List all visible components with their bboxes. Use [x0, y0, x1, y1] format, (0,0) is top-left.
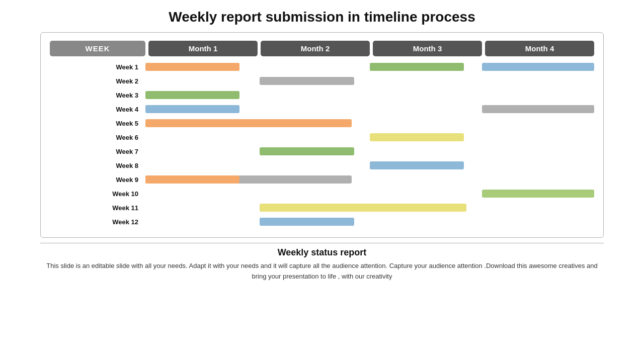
- week-label: Week 3: [50, 92, 145, 99]
- gantt-area: [145, 216, 594, 227]
- week-label: Week 9: [50, 176, 145, 184]
- week-label: Week 7: [50, 148, 145, 155]
- bar: [370, 161, 464, 169]
- table-row: Week 6: [50, 131, 594, 144]
- page-title: Weekly report submission in timeline pro…: [169, 9, 475, 25]
- chart-container: WEEK Month 1 Month 2 Month 3 Month 4 Wee…: [40, 32, 604, 238]
- bar: [482, 105, 594, 113]
- bar: [145, 105, 239, 113]
- gantt-area: [145, 75, 594, 86]
- bar: [260, 204, 466, 212]
- week-label: Week 8: [50, 162, 145, 169]
- table-row: Week 1: [50, 60, 594, 73]
- bar: [482, 63, 594, 71]
- footer-section: Weekly status report This slide is an ed…: [40, 243, 604, 282]
- bar: [260, 147, 354, 155]
- gantt-area: [145, 160, 594, 171]
- week-label: Week 5: [50, 120, 145, 127]
- gantt-area: [145, 202, 594, 213]
- gantt-rows: Week 1 Week 2 Week 3 Week 4: [50, 60, 594, 229]
- footer-text: This slide is an editable slide with all…: [40, 261, 604, 282]
- table-row: Week 9: [50, 173, 594, 186]
- week-label: Week 1: [50, 63, 145, 71]
- gantt-area: [145, 61, 594, 72]
- bar: [145, 119, 352, 127]
- header-row: WEEK Month 1 Month 2 Month 3 Month 4: [50, 41, 594, 56]
- gantt-area: [145, 89, 594, 101]
- week-label: Week 12: [50, 218, 145, 226]
- gantt-area: [145, 132, 594, 143]
- table-row: Week 2: [50, 74, 594, 87]
- table-row: Week 10: [50, 187, 594, 200]
- gantt-area: [145, 104, 594, 115]
- week-label: Week 10: [50, 190, 145, 198]
- bar: [145, 63, 239, 71]
- gantt-area: [145, 146, 594, 157]
- table-row: Week 5: [50, 117, 594, 130]
- bar: [260, 77, 354, 85]
- gantt-area: [145, 174, 594, 185]
- gantt-area: [145, 188, 594, 199]
- month3-header: Month 3: [373, 41, 482, 56]
- bar: [370, 133, 464, 141]
- table-row: Week 4: [50, 103, 594, 116]
- week-label: Week 2: [50, 77, 145, 85]
- week-label: Week 6: [50, 134, 145, 141]
- table-row: Week 7: [50, 145, 594, 158]
- table-row: Week 8: [50, 159, 594, 172]
- bar: [145, 91, 239, 99]
- gantt-area: [145, 118, 594, 129]
- table-row: Week 12: [50, 215, 594, 228]
- bar: [145, 175, 239, 184]
- bar: [370, 63, 464, 71]
- month2-header: Month 2: [261, 41, 370, 56]
- bar: [260, 218, 354, 226]
- week-label: Week 11: [50, 204, 145, 212]
- week-col-header: WEEK: [50, 41, 145, 56]
- footer-title: Weekly status report: [40, 243, 604, 258]
- month4-header: Month 4: [485, 41, 594, 56]
- bar: [482, 190, 594, 198]
- week-label: Week 4: [50, 106, 145, 113]
- table-row: Week 11: [50, 201, 594, 214]
- month1-header: Month 1: [148, 41, 258, 56]
- table-row: Week 3: [50, 88, 594, 102]
